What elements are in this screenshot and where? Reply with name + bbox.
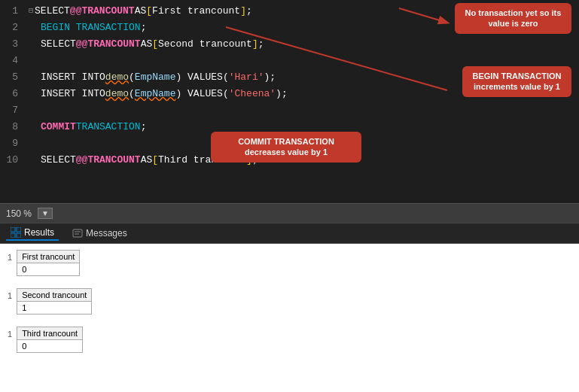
row-num-2: 1	[8, 288, 17, 300]
tab-messages[interactable]: Messages	[68, 226, 132, 240]
editor-area: 1 2 3 4 5 6 7 8 9 10 ⊟ SELECT @@TRANCOUN…	[0, 0, 579, 203]
result-table-2: Second trancount 1	[17, 288, 92, 315]
row-num-1: 1	[8, 250, 17, 262]
result-table-1: First trancount 0	[17, 250, 80, 276]
cell-value-2: 1	[17, 302, 92, 315]
table-row: 1	[17, 302, 92, 315]
toolbar: 150 % ▼	[0, 203, 579, 223]
col-header-2: Second trancount	[17, 289, 92, 302]
results-area: 1 First trancount 0 1	[0, 244, 579, 392]
cell-value-1: 0	[17, 263, 80, 276]
messages-icon	[72, 228, 83, 239]
tab-messages-label: Messages	[86, 228, 127, 239]
result-group-2: 1 Second trancount 1	[0, 285, 579, 318]
results-grid-icon	[11, 227, 21, 238]
tab-results-label: Results	[24, 227, 54, 238]
collapse-icon[interactable]: ⊟	[29, 3, 33, 20]
callout-begin-transaction: BEGIN TRANSACTION increments value by 1	[462, 66, 571, 97]
table-row: 0	[17, 340, 83, 353]
svg-rect-4	[17, 227, 21, 232]
app-container: 1 2 3 4 5 6 7 8 9 10 ⊟ SELECT @@TRANCOUN…	[0, 0, 579, 392]
code-line-3: SELECT @@TRANCOUNT AS [Second trancount]…	[29, 36, 579, 53]
line-numbers: 1 2 3 4 5 6 7 8 9 10	[0, 3, 23, 200]
col-header-1: First trancount	[17, 251, 80, 263]
code-line-7	[29, 102, 579, 119]
table-row: 0	[17, 263, 80, 276]
result-group-3: 1 Third trancount 0	[0, 324, 579, 356]
callout-no-transaction: No transaction yet so its value is zero	[455, 3, 571, 34]
cell-value-3: 0	[17, 340, 83, 353]
zoom-label: 150 %	[6, 208, 32, 219]
svg-rect-3	[11, 227, 15, 232]
callout-commit-transaction: COMMIT TRANSACTION decreases value by 1	[211, 132, 361, 163]
svg-rect-5	[11, 233, 15, 238]
svg-rect-6	[17, 233, 21, 238]
result-group-1: 1 First trancount 0	[0, 247, 579, 279]
svg-rect-7	[73, 229, 82, 237]
row-num-3: 1	[8, 327, 17, 339]
tab-results[interactable]: Results	[6, 226, 59, 241]
tabs-bar: Results Messages	[0, 223, 579, 244]
col-header-3: Third trancount	[17, 327, 83, 340]
result-table-3: Third trancount 0	[17, 327, 83, 353]
zoom-dropdown-btn[interactable]: ▼	[38, 208, 53, 219]
